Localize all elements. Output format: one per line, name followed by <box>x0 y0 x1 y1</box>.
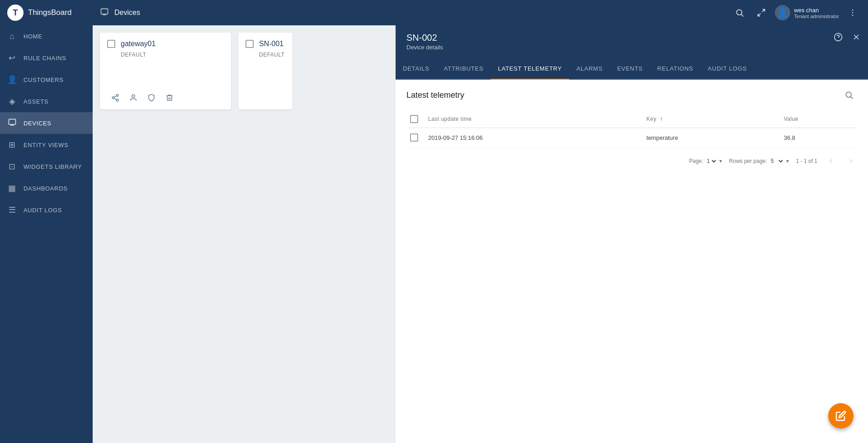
entity-views-icon: ⊞ <box>7 140 17 150</box>
svg-point-23 <box>846 92 851 97</box>
page-label: Page: <box>689 158 703 164</box>
svg-point-10 <box>852 10 854 11</box>
detail-header: SN-002 Device details <box>396 25 868 58</box>
th-last-update-label: Last update time <box>428 116 472 122</box>
share-button[interactable] <box>107 90 123 106</box>
device-card-type: DEFAULT <box>238 52 292 58</box>
detail-subtitle: Device details <box>406 44 843 51</box>
select-all-checkbox[interactable] <box>410 115 418 123</box>
tab-audit-logs[interactable]: AUDIT LOGS <box>701 58 754 80</box>
detail-panel: SN-002 Device details DETAILS ATTRIBUTES… <box>396 25 868 443</box>
svg-line-8 <box>762 10 765 12</box>
sidebar-item-audit-logs[interactable]: ☰ AUDIT LOGS <box>0 199 93 221</box>
rows-per-page-select[interactable]: 5 10 25 <box>769 157 784 165</box>
devices-icon <box>7 118 17 129</box>
manage-credentials-button[interactable] <box>143 90 160 106</box>
td-last-update: 2019-09-27 15:16:06 <box>425 128 643 148</box>
device-card-actions <box>100 86 231 110</box>
user-menu[interactable]: 👤 wes chan Tenant administrator <box>775 5 839 20</box>
sidebar-item-label: AUDIT LOGS <box>24 207 62 214</box>
assign-button[interactable] <box>125 90 142 106</box>
close-button[interactable] <box>848 29 864 45</box>
search-button[interactable] <box>731 5 748 21</box>
th-last-update: Last update time <box>425 110 643 128</box>
svg-line-16 <box>114 98 116 100</box>
sidebar-item-label: WIDGETS LIBRARY <box>24 163 82 170</box>
next-page-button[interactable] <box>844 155 857 167</box>
row-checkbox[interactable] <box>410 133 418 142</box>
th-checkbox <box>406 110 425 128</box>
sidebar-item-customers[interactable]: 👤 CUSTOMERS <box>0 69 93 91</box>
detail-device-name: SN-002 <box>406 33 843 43</box>
topbar-device-icon <box>100 7 109 19</box>
svg-point-6 <box>737 10 742 15</box>
pagination-range: 1 - 1 of 1 <box>796 158 817 164</box>
page-select[interactable]: 1 <box>705 157 717 165</box>
sidebar-item-label: DEVICES <box>24 120 52 127</box>
tab-events[interactable]: EVENTS <box>610 58 650 80</box>
rows-per-page-control: Rows per page: 5 10 25 ▾ <box>729 157 789 165</box>
tab-latest-telemetry[interactable]: LATEST TELEMETRY <box>491 58 569 80</box>
device-select-checkbox[interactable] <box>245 40 254 48</box>
sidebar-item-devices[interactable]: DEVICES <box>0 112 93 134</box>
topbar-title: Devices <box>114 9 726 17</box>
device-card-name: SN-001 <box>259 40 283 48</box>
sidebar-item-dashboards[interactable]: ▦ DASHBOARDS <box>0 177 93 199</box>
telemetry-header: Latest telemetry <box>406 87 857 103</box>
th-value: Value <box>780 110 857 128</box>
logo-icon: T <box>7 5 24 21</box>
widgets-library-icon: ⊡ <box>7 162 17 171</box>
device-card-header: SN-001 <box>238 33 292 52</box>
tab-details[interactable]: DETAILS <box>396 58 437 80</box>
last-update-value: 2019-09-27 15:16:06 <box>428 134 483 141</box>
svg-rect-3 <box>101 9 108 14</box>
sidebar-item-home[interactable]: ⌂ HOME <box>0 25 93 47</box>
device-card-name: gateway01 <box>121 40 156 48</box>
assets-icon: ◈ <box>7 96 17 106</box>
app-logo[interactable]: T ThingsBoard <box>0 0 93 25</box>
main-area: Devices 👤 wes chan Tenant administrator <box>93 0 868 443</box>
sidebar-item-label: ENTITY VIEWS <box>24 142 68 148</box>
telemetry-search-button[interactable] <box>841 87 857 103</box>
delete-button[interactable] <box>161 90 178 106</box>
tab-alarms[interactable]: ALARMS <box>569 58 610 80</box>
sidebar-item-assets[interactable]: ◈ ASSETS <box>0 91 93 112</box>
value-value: 36.8 <box>784 134 795 141</box>
help-button[interactable] <box>830 29 846 45</box>
customers-icon: 👤 <box>7 75 17 85</box>
th-key[interactable]: Key ↑ <box>643 110 780 128</box>
svg-line-9 <box>758 14 761 16</box>
sidebar-item-label: DASHBOARDS <box>24 185 68 192</box>
tab-relations[interactable]: RELATIONS <box>650 58 701 80</box>
sidebar-item-widgets-library[interactable]: ⊡ WIDGETS LIBRARY <box>0 156 93 177</box>
device-select-checkbox[interactable] <box>107 40 115 48</box>
svg-point-13 <box>116 95 118 97</box>
td-value: 36.8 <box>780 128 857 148</box>
svg-line-7 <box>741 14 744 17</box>
prev-page-button[interactable] <box>825 155 837 167</box>
user-info: wes chan Tenant administrator <box>794 7 839 19</box>
edit-device-fab[interactable] <box>828 403 854 429</box>
svg-point-14 <box>112 97 114 99</box>
device-card-sn001[interactable]: SN-001 DEFAULT <box>238 33 292 110</box>
home-icon: ⌂ <box>7 32 17 41</box>
app-name: ThingsBoard <box>28 8 71 17</box>
device-card-gateway01[interactable]: gateway01 DEFAULT <box>100 33 231 110</box>
more-button[interactable] <box>844 5 861 21</box>
tab-attributes[interactable]: ATTRIBUTES <box>437 58 491 80</box>
detail-header-actions <box>830 29 864 45</box>
sidebar: T ThingsBoard ⌂ HOME ↩ RULE CHAINS 👤 CUS… <box>0 0 93 443</box>
sidebar-item-entity-views[interactable]: ⊞ ENTITY VIEWS <box>0 134 93 156</box>
sidebar-item-label: HOME <box>24 33 42 40</box>
fullscreen-button[interactable] <box>753 5 769 21</box>
sidebar-item-label: CUSTOMERS <box>24 76 64 83</box>
topbar: Devices 👤 wes chan Tenant administrator <box>93 0 868 25</box>
audit-logs-icon: ☰ <box>7 205 17 215</box>
sidebar-item-rule-chains[interactable]: ↩ RULE CHAINS <box>0 47 93 69</box>
sidebar-item-label: ASSETS <box>24 98 48 105</box>
content-area: gateway01 DEFAULT <box>93 25 868 443</box>
td-checkbox <box>406 128 425 148</box>
svg-line-24 <box>851 97 853 99</box>
td-key: temperature <box>643 128 780 148</box>
dashboards-icon: ▦ <box>7 183 17 193</box>
